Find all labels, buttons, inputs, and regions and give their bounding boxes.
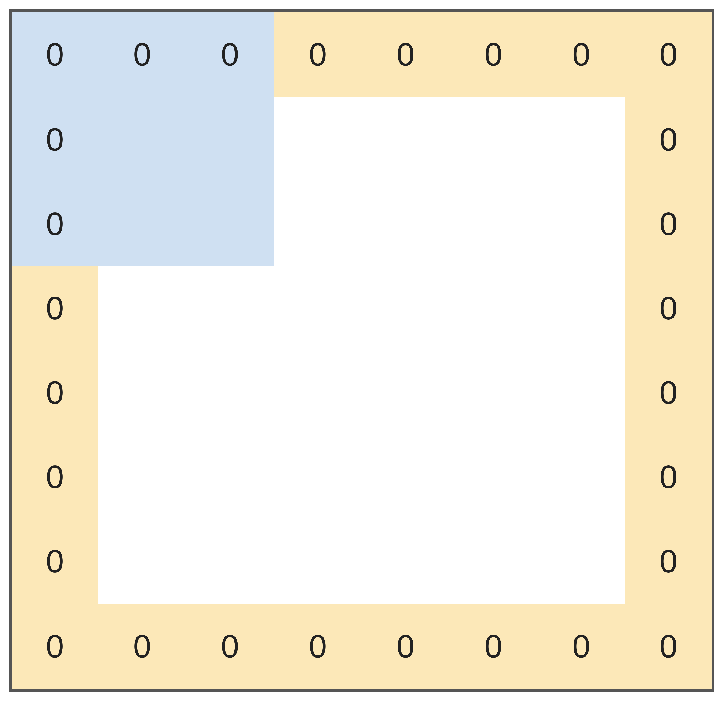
grid-cell: 0 bbox=[98, 604, 186, 691]
grid-cell bbox=[98, 435, 186, 519]
grid-cell bbox=[449, 519, 537, 604]
grid-row: 0 0 bbox=[10, 350, 713, 435]
cell-value: 0 bbox=[46, 36, 64, 72]
grid-cell: 0 bbox=[274, 604, 362, 691]
grid-cell bbox=[537, 435, 625, 519]
grid-cell bbox=[537, 182, 625, 266]
cell-value: 0 bbox=[46, 121, 64, 158]
grid-cell: 0 bbox=[186, 10, 274, 97]
grid-cell: 0 bbox=[10, 435, 98, 519]
grid-cell bbox=[274, 350, 362, 435]
grid-cell: 0 bbox=[625, 519, 713, 604]
grid-cell: 0 bbox=[98, 10, 186, 97]
cell-value: 0 bbox=[660, 121, 677, 158]
cell-value: 0 bbox=[309, 36, 327, 72]
grid-row: 0 0 bbox=[10, 435, 713, 519]
grid-cell bbox=[186, 519, 274, 604]
grid-cell bbox=[186, 97, 274, 182]
grid-cell: 0 bbox=[10, 97, 98, 182]
grid-cell bbox=[274, 266, 362, 350]
grid-cell: 0 bbox=[10, 519, 98, 604]
cell-value: 0 bbox=[309, 628, 327, 665]
grid-cell bbox=[362, 350, 449, 435]
grid-cell bbox=[98, 182, 186, 266]
grid-cell: 0 bbox=[10, 182, 98, 266]
cell-value: 0 bbox=[221, 36, 239, 72]
grid-cell bbox=[362, 519, 449, 604]
grid-cell: 0 bbox=[362, 604, 449, 691]
grid-cell bbox=[274, 97, 362, 182]
cell-value: 0 bbox=[572, 36, 590, 72]
grid-cell: 0 bbox=[449, 10, 537, 97]
cell-value: 0 bbox=[46, 628, 64, 665]
grid-cell bbox=[449, 97, 537, 182]
grid-cell bbox=[537, 97, 625, 182]
cell-value: 0 bbox=[660, 206, 677, 242]
grid-cell bbox=[449, 182, 537, 266]
diagram-container: 0 0 0 0 0 0 0 0 0 0 0 bbox=[0, 0, 728, 701]
cell-value: 0 bbox=[397, 628, 415, 665]
cell-value: 0 bbox=[660, 374, 677, 411]
grid-cell: 0 bbox=[10, 350, 98, 435]
grid-cell: 0 bbox=[625, 10, 713, 97]
cell-value: 0 bbox=[46, 206, 64, 242]
grid-cell bbox=[537, 519, 625, 604]
grid-cell bbox=[362, 435, 449, 519]
grid-cell: 0 bbox=[186, 604, 274, 691]
cell-value: 0 bbox=[572, 628, 590, 665]
grid-cell bbox=[186, 182, 274, 266]
grid-cell bbox=[98, 266, 186, 350]
cell-value: 0 bbox=[660, 628, 677, 665]
cell-value: 0 bbox=[660, 459, 677, 495]
grid-cell bbox=[362, 97, 449, 182]
grid-cell: 0 bbox=[362, 10, 449, 97]
grid-row: 0 0 0 0 0 0 0 0 bbox=[10, 10, 713, 97]
cell-value: 0 bbox=[46, 543, 64, 580]
cell-value: 0 bbox=[133, 36, 151, 72]
grid-cell bbox=[449, 350, 537, 435]
grid-cell: 0 bbox=[10, 604, 98, 691]
grid-row: 0 0 0 0 0 0 0 0 bbox=[10, 604, 713, 691]
grid-cell bbox=[537, 266, 625, 350]
cell-value: 0 bbox=[46, 290, 64, 326]
grid-row: 0 0 bbox=[10, 266, 713, 350]
grid-cell bbox=[186, 435, 274, 519]
cell-value: 0 bbox=[660, 36, 677, 72]
grid-cell: 0 bbox=[625, 435, 713, 519]
grid-row: 0 0 bbox=[10, 97, 713, 182]
grid-cell bbox=[449, 266, 537, 350]
grid-row: 0 0 bbox=[10, 182, 713, 266]
grid-cell bbox=[274, 519, 362, 604]
cell-value: 0 bbox=[221, 628, 239, 665]
grid-row: 0 0 bbox=[10, 519, 713, 604]
grid-cell: 0 bbox=[625, 182, 713, 266]
grid-cell: 0 bbox=[625, 266, 713, 350]
grid-cell: 0 bbox=[625, 97, 713, 182]
cell-value: 0 bbox=[46, 459, 64, 495]
grid-cell bbox=[362, 182, 449, 266]
cell-value: 0 bbox=[660, 543, 677, 580]
grid-cell bbox=[98, 519, 186, 604]
cell-value: 0 bbox=[397, 36, 415, 72]
cell-value: 0 bbox=[484, 628, 503, 665]
grid-cell: 0 bbox=[537, 604, 625, 691]
grid-cell bbox=[274, 435, 362, 519]
grid-cell: 0 bbox=[537, 10, 625, 97]
grid-cell bbox=[186, 350, 274, 435]
grid-cell: 0 bbox=[625, 350, 713, 435]
grid-cell bbox=[98, 97, 186, 182]
grid-cell: 0 bbox=[10, 10, 98, 97]
grid-cell bbox=[274, 182, 362, 266]
cell-value: 0 bbox=[660, 290, 677, 326]
grid-cell bbox=[449, 435, 537, 519]
cell-value: 0 bbox=[484, 36, 503, 72]
cell-value: 0 bbox=[46, 374, 64, 411]
grid-cell bbox=[362, 266, 449, 350]
grid-cell bbox=[186, 266, 274, 350]
grid-cell bbox=[98, 350, 186, 435]
grid-cell: 0 bbox=[10, 266, 98, 350]
grid-cell: 0 bbox=[274, 10, 362, 97]
grid-cell: 0 bbox=[625, 604, 713, 691]
grid-cell: 0 bbox=[449, 604, 537, 691]
padding-grid: 0 0 0 0 0 0 0 0 0 0 0 bbox=[9, 9, 714, 692]
